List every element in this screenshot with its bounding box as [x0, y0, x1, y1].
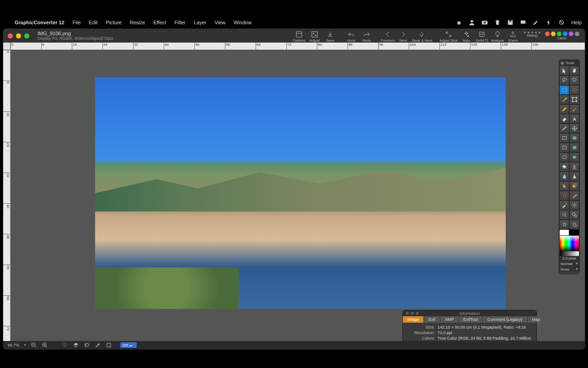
tb-options[interactable]: Options [291, 29, 307, 43]
polygon-lasso-tool[interactable] [569, 76, 579, 85]
pencil-tool[interactable] [559, 104, 569, 114]
tb-analyze[interactable]: Analyze [490, 29, 505, 43]
tb-adjust-size[interactable]: Adjust Size [438, 29, 459, 43]
fg-color[interactable] [559, 229, 569, 236]
tb-previous[interactable]: Previous [380, 29, 396, 43]
tb-save-next[interactable]: Save & Next [411, 29, 433, 43]
tb-adjust[interactable]: Adjust [307, 29, 322, 43]
wrench-icon[interactable] [95, 342, 101, 348]
info-tab-xmp[interactable]: XMP [440, 316, 459, 323]
layers-icon[interactable] [73, 342, 79, 348]
menu-view[interactable]: View [214, 20, 225, 25]
info-min-icon[interactable] [411, 312, 414, 315]
text-tool[interactable] [569, 114, 579, 124]
menu-window[interactable]: Window [234, 20, 251, 25]
bg-color[interactable] [569, 229, 579, 236]
ellipse-fill-tool[interactable] [569, 152, 579, 162]
tb-undo[interactable]: Undo [343, 29, 359, 43]
info-close-icon[interactable] [406, 312, 409, 315]
info-tab-exiftool[interactable]: ExifTool [459, 316, 483, 323]
label-color-dot[interactable] [569, 32, 573, 36]
trash-icon[interactable] [494, 19, 501, 26]
menu-effect[interactable]: Effect [153, 20, 166, 25]
eraser-tool[interactable] [559, 114, 569, 124]
redeye-tool[interactable] [559, 191, 569, 200]
zoom-out-button[interactable] [31, 342, 37, 348]
slideshow-icon[interactable] [520, 19, 526, 26]
line-tool[interactable] [559, 124, 569, 133]
maximize-button[interactable] [24, 33, 29, 38]
tools-header[interactable]: × Tools [559, 60, 579, 66]
magic-wand-tool[interactable] [559, 95, 569, 104]
extra-mode-select[interactable]: None▾ [559, 266, 579, 272]
ellipse-tool[interactable] [559, 152, 569, 162]
label-color-dot[interactable] [551, 32, 556, 36]
blur-tool[interactable] [559, 172, 569, 181]
label-color-dot[interactable] [575, 32, 579, 36]
tb-next[interactable]: Next [396, 29, 411, 43]
hand-tool[interactable] [569, 66, 579, 76]
info-tab-image[interactable]: Image [403, 316, 424, 323]
menu-picture[interactable]: Picture [106, 20, 122, 25]
save-icon[interactable] [507, 19, 513, 26]
dodge-tool[interactable] [569, 200, 579, 210]
info-titlebar[interactable]: Information [403, 310, 536, 316]
rect-tool[interactable] [559, 133, 569, 143]
info-tab-exif[interactable]: Exif [424, 316, 440, 323]
measure-tool[interactable] [569, 210, 579, 220]
close-button[interactable] [8, 33, 13, 38]
zoom-tool[interactable] [559, 210, 569, 220]
menu-help[interactable]: Help [571, 20, 582, 25]
rect-fill-tool[interactable] [569, 133, 579, 143]
rotate-icon[interactable] [84, 342, 90, 348]
lasso-tool[interactable] [559, 76, 569, 85]
smudge-tool[interactable] [559, 181, 569, 191]
canvas[interactable]: Information ImageExifXMPExifToolComment … [11, 50, 585, 341]
label-color-dot[interactable] [563, 32, 567, 36]
bolt-icon[interactable] [545, 19, 552, 26]
brush-tool[interactable] [569, 104, 579, 114]
label-color-dot[interactable] [545, 32, 550, 36]
tb-xe8472[interactable]: Xe8472 [474, 29, 490, 43]
menu-edit[interactable]: Edit [89, 20, 98, 25]
record-icon[interactable]: ◉ [456, 19, 462, 26]
sharpen-tool[interactable] [569, 172, 579, 181]
grayscale-picker[interactable] [560, 251, 579, 256]
tb-rating[interactable] [521, 29, 543, 33]
eyedropper-tool[interactable] [559, 200, 569, 210]
edit-icon[interactable] [533, 19, 539, 26]
tb-label[interactable] [542, 29, 582, 36]
tb-share[interactable]: Share [505, 29, 521, 43]
info-tab-comment-legacy-[interactable]: Comment (Legacy) [483, 316, 528, 323]
person-icon[interactable] [469, 19, 475, 26]
tb-redo[interactable]: Redo [359, 29, 374, 43]
zoom-dropdown-icon[interactable]: ▾ [24, 343, 26, 347]
gradient-tool[interactable] [559, 220, 569, 229]
spiral-tool[interactable] [569, 220, 579, 229]
menu-layer[interactable]: Layer [194, 20, 207, 25]
tb-save[interactable]: Save [322, 29, 338, 43]
heal-tool[interactable] [569, 191, 579, 200]
stamp-tool[interactable] [569, 162, 579, 172]
crosshair-tool[interactable] [569, 124, 579, 133]
blend-mode-select[interactable]: Normal▾ [559, 261, 579, 266]
roundrect-tool[interactable] [559, 143, 569, 152]
crop-icon[interactable] [106, 342, 112, 348]
tools-close-icon[interactable]: × [561, 61, 564, 65]
minimize-button[interactable] [16, 33, 21, 38]
clone-tool[interactable] [569, 181, 579, 191]
ellipse-marquee-tool[interactable] [569, 85, 579, 95]
color-picker[interactable] [560, 236, 579, 251]
zoom-in-button[interactable] [42, 342, 48, 348]
info-max-icon[interactable] [416, 312, 419, 315]
transform-tool[interactable] [569, 95, 579, 104]
zoom-value[interactable]: 66.7% [8, 343, 20, 347]
menu-resize[interactable]: Resize [130, 20, 145, 25]
menu-file[interactable]: File [73, 20, 81, 25]
menu-filter[interactable]: Filter [174, 20, 185, 25]
info-tab-map[interactable]: Map [528, 316, 545, 323]
nosign-icon[interactable] [558, 19, 565, 26]
pointer-tool[interactable] [559, 66, 569, 76]
roundrect-fill-tool[interactable] [569, 143, 579, 152]
tb-auto[interactable]: Auto [459, 29, 474, 43]
